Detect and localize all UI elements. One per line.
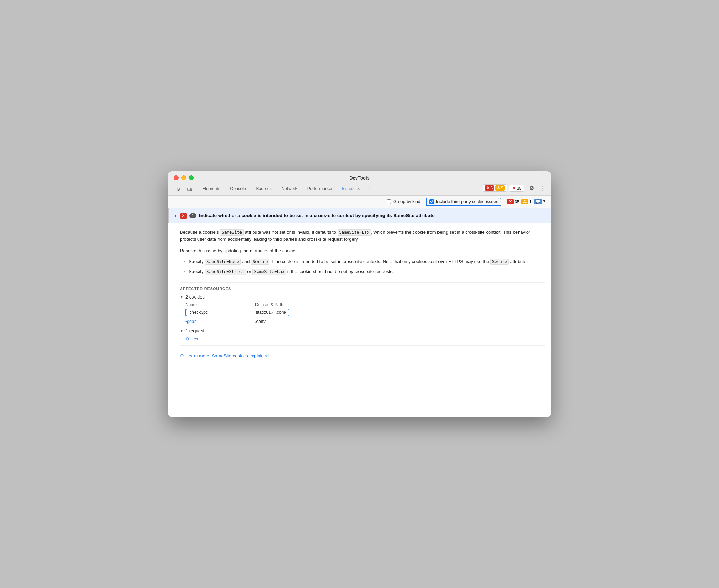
learn-more-section: ⊙ Learn more: SameSite cookies explained <box>180 345 545 364</box>
secure-code-2: Secure <box>490 259 509 265</box>
tab-network[interactable]: Network <box>277 184 302 194</box>
traffic-lights <box>174 175 194 180</box>
titlebar: DevTools Elements <box>168 171 551 196</box>
secure-code: Secure <box>251 259 269 265</box>
tab-issues[interactable]: Issues ✕ <box>337 184 365 194</box>
cookie-row-1-wrapper: .check3pc static01.···.com/ <box>185 309 545 318</box>
col-name-header: Name <box>185 302 255 307</box>
issues-error-badge: ✕ 35 <box>507 199 519 204</box>
minimize-button[interactable] <box>181 175 186 180</box>
more-tabs-button[interactable]: » <box>365 184 373 194</box>
issues-warning-badge: ⚠ 1 <box>521 199 531 204</box>
third-party-checkbox[interactable] <box>429 199 434 204</box>
request-link-1[interactable]: flex <box>191 336 198 341</box>
issue-chevron-icon: ▼ <box>174 214 177 218</box>
requests-group-header[interactable]: ▼ 1 request <box>180 328 545 333</box>
group-by-kind-checkbox[interactable] <box>387 199 391 204</box>
issue-error-icon: ✕ <box>180 213 187 219</box>
content-area: ▼ ✕ 2 Indicate whether a cookie is inten… <box>168 208 551 417</box>
cookies-table: Name Domain & Path .check3pc static01.··… <box>185 302 545 324</box>
cookie-row-2: -gdpr .com/ <box>185 319 545 324</box>
resolve-item-2: → Specify SameSite=Strict or SameSite=La… <box>180 268 545 276</box>
cookies-chevron-icon: ▼ <box>180 295 183 299</box>
cookies-group: ▼ 2 cookies Name Domain & Path .check3pc <box>180 294 545 324</box>
resolve-item-1: → Specify SameSite=None and Secure if th… <box>180 258 545 265</box>
issue-description: Because a cookie's SameSite attribute wa… <box>180 223 545 248</box>
cookies-count-label: 2 cookies <box>185 294 205 300</box>
settings-button[interactable]: ⚙ <box>527 183 536 193</box>
group-by-kind-label[interactable]: Group by kind <box>387 199 420 204</box>
description-paragraph-1: Because a cookie's SameSite attribute wa… <box>180 229 545 244</box>
tab-console[interactable]: Console <box>225 184 251 194</box>
inspect-icon-button[interactable] <box>174 184 183 194</box>
close-button[interactable] <box>174 175 179 180</box>
tab-issues-close[interactable]: ✕ <box>357 186 360 191</box>
resolve-item-1-text: Specify SameSite=None and Secure if the … <box>189 258 528 265</box>
samesite-code: SameSite <box>220 229 244 236</box>
issues-error-icon: ✕ <box>507 199 514 204</box>
issues-warning-icon: ⚠ <box>521 199 528 204</box>
arrow-icon-2: → <box>181 268 186 276</box>
affected-resources: AFFECTED RESOURCES ▼ 2 cookies Name Doma… <box>180 282 545 365</box>
cookie-2-link[interactable]: -gdpr <box>185 319 196 324</box>
cookie-2-name: -gdpr <box>185 319 255 324</box>
issues-count-badges: ✕ 35 ⚠ 1 💬 7 <box>507 199 545 204</box>
issue-count-badge: 2 <box>189 213 196 218</box>
device-toggle-button[interactable] <box>185 184 195 194</box>
arrow-icon-1: → <box>181 258 186 265</box>
window-title: DevTools <box>349 175 370 181</box>
single-error-icon: ✕ <box>512 186 516 191</box>
tab-sources[interactable]: Sources <box>251 184 277 194</box>
samesite-lax-code: SameSite=Lax <box>338 229 371 236</box>
toolbar-right: ✕ 6 ⚠ 9 ✕ 35 ⚙ ⋮ <box>483 183 545 195</box>
tab-performance[interactable]: Performance <box>302 184 337 194</box>
resolve-section: Resolve this issue by updating the attri… <box>180 247 545 282</box>
requests-group: ▼ 1 request ⊙ flex <box>180 328 545 341</box>
learn-more-link[interactable]: ⊙ Learn more: SameSite cookies explained <box>180 353 545 358</box>
samesite-none-code: SameSite=None <box>205 259 241 265</box>
tab-elements[interactable]: Elements <box>197 184 225 194</box>
samesite-lax-code-2: SameSite=Lax <box>252 269 286 275</box>
request-download-icon: ⊙ <box>185 336 189 341</box>
more-options-button[interactable]: ⋮ <box>538 183 545 193</box>
devtools-window: DevTools Elements <box>168 171 551 417</box>
cookie-row-1[interactable]: .check3pc static01.···.com/ <box>185 309 289 316</box>
error-warning-badge[interactable]: ✕ 6 ⚠ 9 <box>483 184 507 192</box>
titlebar-top: DevTools <box>174 175 545 181</box>
requests-chevron-icon: ▼ <box>180 329 183 333</box>
resolve-item-2-text: Specify SameSite=Strict or SameSite=Lax … <box>189 268 394 276</box>
cookie-2-domain: .com/ <box>255 319 266 324</box>
issue-body: Because a cookie's SameSite attribute wa… <box>174 223 551 366</box>
svg-rect-0 <box>188 188 190 191</box>
single-error-badge[interactable]: ✕ 35 <box>509 185 524 192</box>
error-count-badge: ✕ 6 <box>485 185 494 191</box>
maximize-button[interactable] <box>189 175 194 180</box>
cookies-group-header[interactable]: ▼ 2 cookies <box>180 294 545 300</box>
affected-title: AFFECTED RESOURCES <box>180 287 545 291</box>
cookie-1-name: .check3pc <box>188 310 256 315</box>
requests-count-label: 1 request <box>185 328 204 333</box>
tabs: Elements Console Sources Network Perform… <box>197 184 483 194</box>
toolbar-icons <box>174 184 195 194</box>
issue-title: Indicate whether a cookie is intended to… <box>199 213 435 219</box>
samesite-strict-code: SameSite=Strict <box>205 269 246 275</box>
col-domain-header: Domain & Path <box>255 302 342 307</box>
svg-rect-1 <box>191 189 192 191</box>
issue-header[interactable]: ▼ ✕ 2 Indicate whether a cookie is inten… <box>168 208 551 223</box>
warning-count-badge: ⚠ 9 <box>495 185 505 191</box>
request-item-1: ⊙ flex <box>185 336 545 341</box>
resolve-title: Resolve this issue by updating the attri… <box>180 247 545 255</box>
learn-more-icon: ⊙ <box>180 353 184 358</box>
tabs-row: Elements Console Sources Network Perform… <box>174 183 545 195</box>
cookies-table-header: Name Domain & Path <box>185 302 545 307</box>
third-party-checkbox-box[interactable]: Include third-party cookie issues <box>426 198 502 206</box>
issues-info-icon: 💬 <box>534 199 542 204</box>
cookie-1-domain: static01.···.com/ <box>256 310 286 315</box>
issues-info-badge: 💬 7 <box>534 199 545 204</box>
issues-toolbar: Group by kind Include third-party cookie… <box>168 196 551 208</box>
